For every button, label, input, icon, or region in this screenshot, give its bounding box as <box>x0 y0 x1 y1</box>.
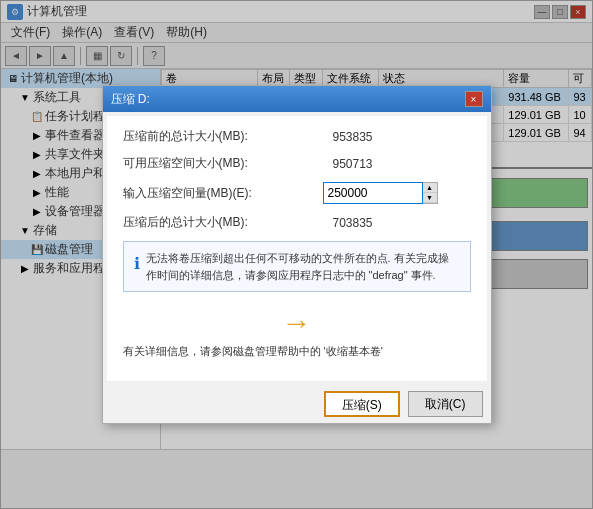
label-after-total: 压缩后的总计大小(MB): <box>123 214 323 231</box>
label-before-total: 压缩前的总计大小(MB): <box>123 128 323 145</box>
dialog-title-bar: 压缩 D: × <box>103 86 491 112</box>
dialog-close-button[interactable]: × <box>465 91 483 107</box>
compress-button[interactable]: 压缩(S) <box>324 391 400 417</box>
value-after-total: 703835 <box>323 216 471 230</box>
label-available: 可用压缩空间大小(MB): <box>123 155 323 172</box>
help-text: 有关详细信息，请参阅磁盘管理帮助中的 '收缩基本卷' <box>123 344 471 359</box>
form-row-after-total: 压缩后的总计大小(MB): 703835 <box>123 214 471 231</box>
value-before-total: 953835 <box>323 130 471 144</box>
value-available: 950713 <box>323 157 471 171</box>
compress-input[interactable] <box>323 182 423 204</box>
info-icon: ℹ <box>134 252 140 283</box>
dialog-body: 压缩前的总计大小(MB): 953835 可用压缩空间大小(MB): 95071… <box>107 116 487 381</box>
form-row-input: 输入压缩空间量(MB)(E): ▲ ▼ <box>123 182 471 204</box>
info-text: 无法将卷压缩到超出任何不可移动的文件所在的点. 有关完成操作时间的详细信息，请参… <box>146 250 460 283</box>
spin-up-button[interactable]: ▲ <box>423 183 437 193</box>
dialog-overlay: 压缩 D: × 压缩前的总计大小(MB): 953835 可用压缩空间大小(MB… <box>1 1 592 508</box>
spin-buttons: ▲ ▼ <box>423 182 438 204</box>
arrow-container: → <box>123 302 471 344</box>
compress-dialog: 压缩 D: × 压缩前的总计大小(MB): 953835 可用压缩空间大小(MB… <box>102 85 492 424</box>
dialog-title-text: 压缩 D: <box>111 91 150 108</box>
spin-down-button[interactable]: ▼ <box>423 193 437 203</box>
dialog-footer: 压缩(S) 取消(C) <box>103 385 491 423</box>
form-row-available: 可用压缩空间大小(MB): 950713 <box>123 155 471 172</box>
input-spin-container: ▲ ▼ <box>323 182 438 204</box>
label-input: 输入压缩空间量(MB)(E): <box>123 185 323 202</box>
info-box: ℹ 无法将卷压缩到超出任何不可移动的文件所在的点. 有关完成操作时间的详细信息，… <box>123 241 471 292</box>
arrow-icon: → <box>282 306 312 340</box>
cancel-button[interactable]: 取消(C) <box>408 391 483 417</box>
form-row-before-total: 压缩前的总计大小(MB): 953835 <box>123 128 471 145</box>
